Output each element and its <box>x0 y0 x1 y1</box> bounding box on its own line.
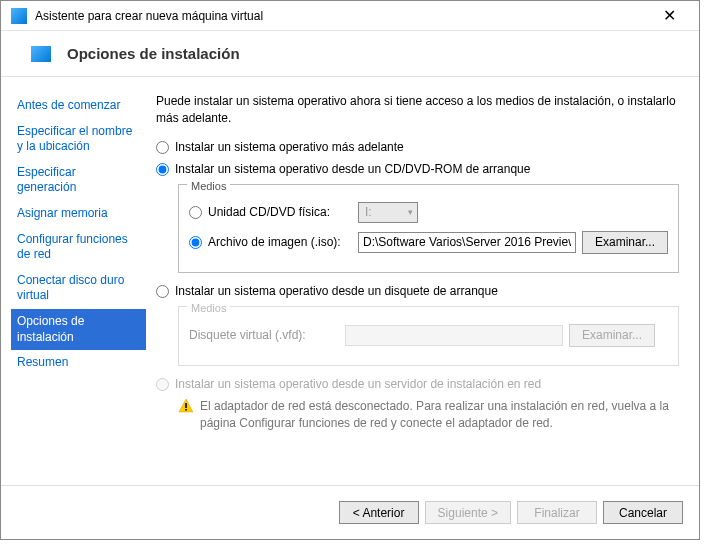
option-install-floppy-label: Instalar un sistema operativo desde un d… <box>175 283 498 300</box>
warning-icon <box>178 398 194 414</box>
sidebar-item-summary[interactable]: Resumen <box>11 350 146 376</box>
radio-physical-drive[interactable] <box>189 206 202 219</box>
svg-rect-2 <box>185 409 187 411</box>
drive-letter-value: I: <box>365 204 372 221</box>
media-fieldset: Medios Unidad CD/DVD física: I: ▾ <box>178 184 679 273</box>
browse-iso-button[interactable]: Examinar... <box>582 231 668 254</box>
floppy-path-input <box>345 325 563 346</box>
intro-text: Puede instalar un sistema operativo ahor… <box>156 93 679 127</box>
sidebar-item-before-begin[interactable]: Antes de comenzar <box>11 93 146 119</box>
page-header: Opciones de instalación <box>1 31 699 77</box>
network-warning: El adaptador de red está desconectado. P… <box>178 398 679 432</box>
iso-path-input[interactable] <box>358 232 576 253</box>
radio-install-network <box>156 378 169 391</box>
option-install-later-label: Instalar un sistema operativo más adelan… <box>175 139 404 156</box>
radio-install-cd[interactable] <box>156 163 169 176</box>
sidebar-item-name-location[interactable]: Especificar el nombre y la ubicación <box>11 119 146 160</box>
close-button[interactable]: ✕ <box>649 2 689 30</box>
drive-letter-select[interactable]: I: ▾ <box>358 202 418 223</box>
header-icon <box>31 46 51 62</box>
iso-label: Archivo de imagen (.iso): <box>208 234 358 251</box>
sidebar: Antes de comenzar Especificar el nombre … <box>1 77 146 481</box>
previous-button[interactable]: < Anterior <box>339 501 419 524</box>
content: Puede instalar un sistema operativo ahor… <box>146 77 699 481</box>
cancel-button[interactable]: Cancelar <box>603 501 683 524</box>
browse-floppy-button: Examinar... <box>569 324 655 347</box>
option-install-floppy[interactable]: Instalar un sistema operativo desde un d… <box>156 283 679 300</box>
radio-install-floppy[interactable] <box>156 285 169 298</box>
row-floppy: Disquete virtual (.vfd): Examinar... <box>189 324 668 347</box>
radio-install-later[interactable] <box>156 141 169 154</box>
network-warning-text: El adaptador de red está desconectado. P… <box>200 398 679 432</box>
page-title: Opciones de instalación <box>67 45 240 62</box>
option-install-cd[interactable]: Instalar un sistema operativo desde un C… <box>156 161 679 178</box>
app-icon <box>11 8 27 24</box>
chevron-down-icon: ▾ <box>408 206 413 219</box>
option-iso[interactable]: Archivo de imagen (.iso): <box>189 234 358 251</box>
svg-rect-1 <box>185 403 187 408</box>
sidebar-item-vhd[interactable]: Conectar disco duro virtual <box>11 268 146 309</box>
option-install-cd-label: Instalar un sistema operativo desde un C… <box>175 161 531 178</box>
footer: < Anterior Siguiente > Finalizar Cancela… <box>1 485 699 539</box>
wizard-dialog: Asistente para crear nueva máquina virtu… <box>0 0 700 540</box>
option-install-later[interactable]: Instalar un sistema operativo más adelan… <box>156 139 679 156</box>
finish-button: Finalizar <box>517 501 597 524</box>
option-install-network-label: Instalar un sistema operativo desde un s… <box>175 376 541 393</box>
physical-drive-label: Unidad CD/DVD física: <box>208 204 358 221</box>
titlebar: Asistente para crear nueva máquina virtu… <box>1 1 699 31</box>
option-install-network: Instalar un sistema operativo desde un s… <box>156 376 679 393</box>
floppy-fieldset: Medios Disquete virtual (.vfd): Examinar… <box>178 306 679 366</box>
option-physical-drive[interactable]: Unidad CD/DVD física: <box>189 204 358 221</box>
floppy-legend: Medios <box>187 301 230 316</box>
row-iso: Archivo de imagen (.iso): Examinar... <box>189 231 668 254</box>
window-title: Asistente para crear nueva máquina virtu… <box>35 9 649 23</box>
next-button: Siguiente > <box>425 501 511 524</box>
sidebar-item-generation[interactable]: Especificar generación <box>11 160 146 201</box>
row-physical-drive: Unidad CD/DVD física: I: ▾ <box>189 202 668 223</box>
floppy-label: Disquete virtual (.vfd): <box>189 327 345 344</box>
sidebar-item-install-options[interactable]: Opciones de instalación <box>11 309 146 350</box>
sidebar-item-memory[interactable]: Asignar memoria <box>11 201 146 227</box>
sidebar-item-networking[interactable]: Configurar funciones de red <box>11 227 146 268</box>
media-legend: Medios <box>187 179 230 194</box>
radio-iso[interactable] <box>189 236 202 249</box>
body: Antes de comenzar Especificar el nombre … <box>1 77 699 481</box>
